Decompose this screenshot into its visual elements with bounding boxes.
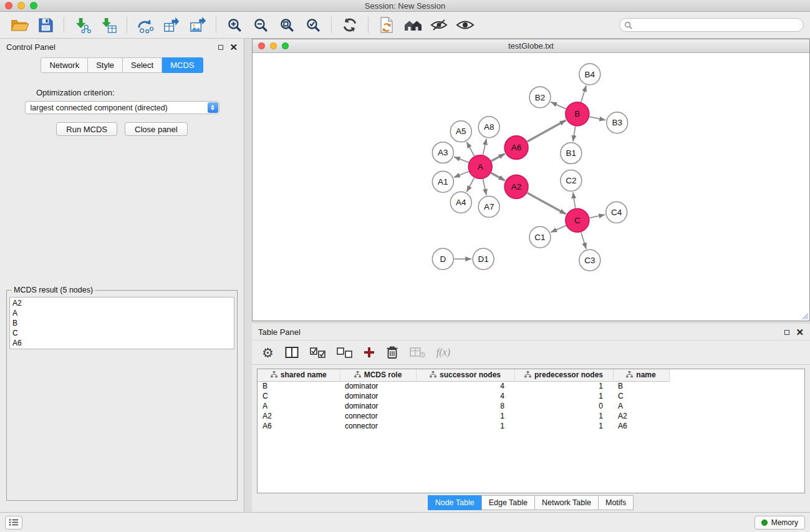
minimize-window-button[interactable] [17, 2, 25, 9]
edge-C-C3[interactable] [581, 232, 586, 249]
export-network-button[interactable] [132, 14, 158, 36]
float-panel-icon[interactable] [218, 43, 223, 51]
edge-A-A7[interactable] [483, 179, 486, 195]
zoom-window-button[interactable] [30, 2, 37, 9]
network-canvas[interactable]: B4B2BB3A5A8A6B1A3AA1C2A2A4A7C4CC1C3DD1 [253, 53, 809, 321]
graph-node-C2[interactable]: C2 [561, 170, 582, 191]
column-header-MCDS-role[interactable]: MCDS role [340, 369, 416, 381]
delete-column-button[interactable] [410, 344, 425, 361]
graph-node-B2[interactable]: B2 [529, 87, 551, 108]
edge-C-C1[interactable] [551, 226, 566, 233]
column-header-name[interactable]: name [613, 369, 669, 381]
edge-A-A8[interactable] [483, 138, 486, 155]
graph-node-A3[interactable]: A3 [432, 142, 453, 163]
result-item[interactable]: A6 [12, 338, 231, 348]
graph-node-A4[interactable]: A4 [450, 191, 471, 213]
toolbar-search[interactable] [619, 18, 804, 32]
network-graph[interactable]: B4B2BB3A5A8A6B1A3AA1C2A2A4A7C4CC1C3DD1 [253, 53, 809, 321]
export-image-button[interactable] [185, 14, 211, 36]
graph-node-C[interactable]: C [566, 208, 589, 232]
edge-B-B1[interactable] [573, 127, 576, 142]
tab-mcds[interactable]: MCDS [162, 57, 203, 73]
edge-A6-B[interactable] [528, 120, 566, 142]
tab-style[interactable]: Style [88, 57, 123, 73]
open-session-button[interactable] [6, 14, 32, 36]
graph-node-A1[interactable]: A1 [432, 172, 453, 193]
zoom-fit-button[interactable] [274, 14, 300, 36]
network-close-button[interactable] [258, 42, 265, 49]
graph-node-D[interactable]: D [432, 248, 453, 269]
column-header-shared-name[interactable]: shared name [258, 369, 340, 381]
edge-B-B4[interactable] [581, 85, 586, 102]
result-item[interactable]: C [12, 328, 231, 338]
refresh-button[interactable] [337, 14, 363, 36]
network-minimize-button[interactable] [270, 42, 277, 49]
import-network-button[interactable] [69, 14, 95, 36]
search-input[interactable] [635, 21, 799, 29]
graph-node-B3[interactable]: B3 [607, 112, 628, 133]
edge-A-A5[interactable] [466, 142, 474, 156]
column-header-predecessor-nodes[interactable]: predecessor nodes [514, 369, 613, 381]
zoom-out-button[interactable] [248, 14, 274, 36]
hide-graphics-button[interactable] [426, 14, 452, 36]
graph-node-A7[interactable]: A7 [478, 196, 499, 217]
close-table-panel-icon[interactable]: ✕ [796, 327, 804, 337]
table-row[interactable]: Cdominator41C [258, 391, 669, 401]
save-session-button[interactable] [32, 14, 59, 36]
apply-function-button[interactable]: f(x) [436, 344, 450, 361]
import-table-button[interactable] [95, 14, 122, 36]
tab-edge-table[interactable]: Edge Table [481, 495, 535, 510]
graph-node-B4[interactable]: B4 [579, 64, 600, 85]
edge-A-A1[interactable] [454, 172, 469, 177]
table-row[interactable]: Bdominator41B [258, 381, 669, 391]
edge-A-A2[interactable] [491, 173, 505, 180]
graph-node-C4[interactable]: C4 [606, 201, 627, 223]
tab-motifs[interactable]: Motifs [598, 495, 634, 510]
document-arrows-button[interactable] [374, 14, 400, 36]
graph-node-B[interactable]: B [566, 102, 589, 126]
result-item[interactable]: A2 [12, 298, 231, 308]
result-item[interactable]: B [12, 318, 231, 328]
close-panel-icon[interactable]: ✕ [229, 42, 238, 52]
network-zoom-button[interactable] [282, 42, 289, 49]
add-row-button[interactable] [364, 344, 375, 361]
edge-B-B2[interactable] [551, 102, 566, 109]
graph-node-A8[interactable]: A8 [478, 117, 499, 138]
graph-node-A6[interactable]: A6 [504, 136, 528, 160]
network-homes-button[interactable] [400, 14, 426, 36]
delete-row-button[interactable] [386, 344, 398, 361]
export-table-button[interactable] [158, 14, 185, 36]
edge-A-A3[interactable] [454, 157, 469, 162]
graph-node-D1[interactable]: D1 [473, 248, 494, 269]
edge-B-B3[interactable] [589, 117, 605, 120]
edge-A-A6[interactable] [491, 154, 505, 162]
column-browser-button[interactable] [285, 344, 299, 361]
edge-C-C2[interactable] [573, 192, 576, 208]
tab-node-table[interactable]: Node Table [428, 495, 482, 510]
close-window-button[interactable] [5, 2, 12, 9]
graph-node-A5[interactable]: A5 [450, 121, 471, 142]
edge-C-C4[interactable] [589, 215, 605, 218]
result-item[interactable]: A [12, 308, 231, 318]
graph-node-B1[interactable]: B1 [561, 143, 582, 164]
run-mcds-button[interactable]: Run MCDS [56, 122, 117, 136]
zoom-selected-button[interactable] [300, 14, 326, 36]
graph-node-A2[interactable]: A2 [504, 175, 528, 199]
criterion-dropdown[interactable]: largest connected component (directed) [25, 101, 219, 114]
graph-node-A[interactable]: A [468, 155, 492, 179]
close-panel-button[interactable]: Close panel [125, 122, 188, 136]
tab-select[interactable]: Select [123, 57, 162, 73]
show-graphics-button[interactable] [452, 14, 478, 36]
graph-node-C1[interactable]: C1 [529, 226, 551, 248]
column-header-successor-nodes[interactable]: successor nodes [416, 369, 514, 381]
float-table-panel-icon[interactable] [784, 328, 789, 336]
tab-network-table[interactable]: Network Table [534, 495, 599, 510]
table-row[interactable]: A6connector11A6 [258, 421, 669, 431]
zoom-in-button[interactable] [221, 14, 248, 36]
task-history-button[interactable] [5, 516, 22, 530]
memory-button[interactable]: Memory [755, 516, 805, 530]
resize-grip-icon[interactable] [801, 312, 809, 320]
table-row[interactable]: A2connector11A2 [258, 411, 669, 421]
node-table-container[interactable]: shared nameMCDS rolesuccessor nodesprede… [257, 369, 805, 493]
edge-A-A4[interactable] [466, 178, 474, 192]
